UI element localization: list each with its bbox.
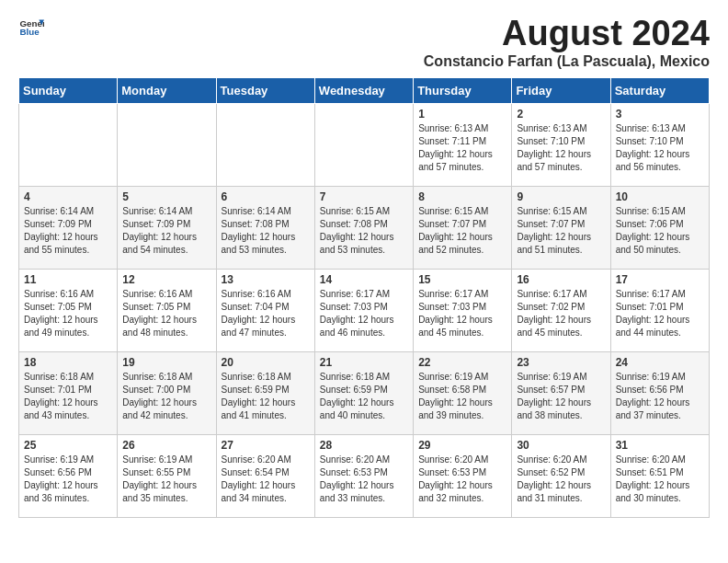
calendar-cell: 4Sunrise: 6:14 AM Sunset: 7:09 PM Daylig… <box>19 186 118 269</box>
calendar-cell: 18Sunrise: 6:18 AM Sunset: 7:01 PM Dayli… <box>19 351 118 434</box>
calendar-cell: 3Sunrise: 6:13 AM Sunset: 7:10 PM Daylig… <box>610 103 709 186</box>
day-info: Sunrise: 6:17 AM Sunset: 7:01 PM Dayligh… <box>616 289 690 338</box>
day-header-saturday: Saturday <box>610 77 709 103</box>
day-info: Sunrise: 6:14 AM Sunset: 7:08 PM Dayligh… <box>222 206 296 255</box>
calendar-cell: 30Sunrise: 6:20 AM Sunset: 6:52 PM Dayli… <box>512 434 610 517</box>
logo: General Blue <box>18 15 44 40</box>
calendar-cell: 14Sunrise: 6:17 AM Sunset: 7:03 PM Dayli… <box>314 269 413 351</box>
day-info: Sunrise: 6:14 AM Sunset: 7:09 PM Dayligh… <box>24 206 98 255</box>
calendar-cell: 1Sunrise: 6:13 AM Sunset: 7:11 PM Daylig… <box>414 103 512 186</box>
calendar-cell <box>314 103 413 186</box>
day-number: 6 <box>222 190 310 203</box>
calendar-cell: 20Sunrise: 6:18 AM Sunset: 6:59 PM Dayli… <box>216 351 314 434</box>
calendar-cell: 22Sunrise: 6:19 AM Sunset: 6:58 PM Dayli… <box>414 351 512 434</box>
week-row-1: 1Sunrise: 6:13 AM Sunset: 7:11 PM Daylig… <box>19 103 710 186</box>
subtitle: Constancio Farfan (La Pascuala), Mexico <box>424 53 710 70</box>
day-number: 2 <box>517 108 605 121</box>
day-number: 19 <box>122 356 210 369</box>
calendar-table: SundayMondayTuesdayWednesdayThursdayFrid… <box>18 77 710 518</box>
day-info: Sunrise: 6:18 AM Sunset: 6:59 PM Dayligh… <box>222 372 296 420</box>
calendar-cell: 6Sunrise: 6:14 AM Sunset: 7:08 PM Daylig… <box>216 186 314 269</box>
day-info: Sunrise: 6:18 AM Sunset: 7:01 PM Dayligh… <box>24 372 98 420</box>
calendar-cell: 16Sunrise: 6:17 AM Sunset: 7:02 PM Dayli… <box>512 269 610 351</box>
calendar-cell: 12Sunrise: 6:16 AM Sunset: 7:05 PM Dayli… <box>118 269 216 351</box>
day-number: 26 <box>122 439 210 452</box>
day-number: 16 <box>517 273 605 286</box>
calendar-cell: 10Sunrise: 6:15 AM Sunset: 7:06 PM Dayli… <box>610 186 709 269</box>
day-info: Sunrise: 6:19 AM Sunset: 6:58 PM Dayligh… <box>418 372 493 420</box>
day-header-wednesday: Wednesday <box>314 77 413 103</box>
day-number: 11 <box>24 273 112 286</box>
day-number: 25 <box>24 439 112 452</box>
calendar-cell <box>118 103 216 186</box>
day-number: 5 <box>122 190 210 203</box>
day-info: Sunrise: 6:13 AM Sunset: 7:10 PM Dayligh… <box>517 123 591 172</box>
calendar-cell: 13Sunrise: 6:16 AM Sunset: 7:04 PM Dayli… <box>216 269 314 351</box>
day-header-monday: Monday <box>118 77 216 103</box>
calendar-cell <box>19 103 118 186</box>
day-number: 23 <box>517 356 605 369</box>
day-info: Sunrise: 6:17 AM Sunset: 7:03 PM Dayligh… <box>320 289 394 338</box>
day-number: 27 <box>222 439 310 452</box>
day-info: Sunrise: 6:17 AM Sunset: 7:03 PM Dayligh… <box>418 289 493 338</box>
day-number: 30 <box>517 439 605 452</box>
day-number: 13 <box>222 273 310 286</box>
day-number: 22 <box>418 356 506 369</box>
day-number: 15 <box>418 273 506 286</box>
day-info: Sunrise: 6:17 AM Sunset: 7:02 PM Dayligh… <box>517 289 591 338</box>
day-info: Sunrise: 6:15 AM Sunset: 7:07 PM Dayligh… <box>418 206 493 255</box>
day-info: Sunrise: 6:20 AM Sunset: 6:51 PM Dayligh… <box>616 454 690 503</box>
week-row-2: 4Sunrise: 6:14 AM Sunset: 7:09 PM Daylig… <box>19 186 710 269</box>
day-info: Sunrise: 6:19 AM Sunset: 6:57 PM Dayligh… <box>517 372 591 420</box>
calendar-cell: 8Sunrise: 6:15 AM Sunset: 7:07 PM Daylig… <box>414 186 512 269</box>
calendar-cell: 24Sunrise: 6:19 AM Sunset: 6:56 PM Dayli… <box>610 351 709 434</box>
day-info: Sunrise: 6:20 AM Sunset: 6:52 PM Dayligh… <box>517 454 591 503</box>
calendar-cell: 26Sunrise: 6:19 AM Sunset: 6:55 PM Dayli… <box>118 434 216 517</box>
calendar-cell: 19Sunrise: 6:18 AM Sunset: 7:00 PM Dayli… <box>118 351 216 434</box>
calendar-cell <box>216 103 314 186</box>
day-number: 9 <box>517 190 605 203</box>
day-info: Sunrise: 6:19 AM Sunset: 6:55 PM Dayligh… <box>122 454 197 503</box>
month-year-title: August 2024 <box>424 15 710 53</box>
day-info: Sunrise: 6:15 AM Sunset: 7:06 PM Dayligh… <box>616 206 690 255</box>
day-info: Sunrise: 6:20 AM Sunset: 6:53 PM Dayligh… <box>418 454 493 503</box>
day-info: Sunrise: 6:20 AM Sunset: 6:54 PM Dayligh… <box>222 454 296 503</box>
calendar-cell: 17Sunrise: 6:17 AM Sunset: 7:01 PM Dayli… <box>610 269 709 351</box>
day-info: Sunrise: 6:19 AM Sunset: 6:56 PM Dayligh… <box>24 454 98 503</box>
day-info: Sunrise: 6:18 AM Sunset: 7:00 PM Dayligh… <box>122 372 197 420</box>
day-info: Sunrise: 6:13 AM Sunset: 7:11 PM Dayligh… <box>418 123 493 172</box>
week-row-5: 25Sunrise: 6:19 AM Sunset: 6:56 PM Dayli… <box>19 434 710 517</box>
week-row-4: 18Sunrise: 6:18 AM Sunset: 7:01 PM Dayli… <box>19 351 710 434</box>
week-row-3: 11Sunrise: 6:16 AM Sunset: 7:05 PM Dayli… <box>19 269 710 351</box>
day-info: Sunrise: 6:18 AM Sunset: 6:59 PM Dayligh… <box>320 372 394 420</box>
calendar-cell: 7Sunrise: 6:15 AM Sunset: 7:08 PM Daylig… <box>314 186 413 269</box>
day-info: Sunrise: 6:16 AM Sunset: 7:05 PM Dayligh… <box>122 289 197 338</box>
calendar-cell: 9Sunrise: 6:15 AM Sunset: 7:07 PM Daylig… <box>512 186 610 269</box>
day-info: Sunrise: 6:16 AM Sunset: 7:04 PM Dayligh… <box>222 289 296 338</box>
day-info: Sunrise: 6:15 AM Sunset: 7:08 PM Dayligh… <box>320 206 394 255</box>
day-number: 7 <box>320 190 408 203</box>
day-number: 21 <box>320 356 408 369</box>
day-number: 3 <box>616 108 704 121</box>
calendar-cell: 2Sunrise: 6:13 AM Sunset: 7:10 PM Daylig… <box>512 103 610 186</box>
day-header-sunday: Sunday <box>19 77 118 103</box>
calendar-cell: 28Sunrise: 6:20 AM Sunset: 6:53 PM Dayli… <box>314 434 413 517</box>
logo-icon: General Blue <box>18 15 44 40</box>
day-number: 17 <box>616 273 704 286</box>
calendar-cell: 29Sunrise: 6:20 AM Sunset: 6:53 PM Dayli… <box>414 434 512 517</box>
calendar-cell: 25Sunrise: 6:19 AM Sunset: 6:56 PM Dayli… <box>19 434 118 517</box>
calendar-cell: 27Sunrise: 6:20 AM Sunset: 6:54 PM Dayli… <box>216 434 314 517</box>
days-header-row: SundayMondayTuesdayWednesdayThursdayFrid… <box>19 77 710 103</box>
day-header-thursday: Thursday <box>414 77 512 103</box>
day-number: 24 <box>616 356 704 369</box>
day-number: 18 <box>24 356 112 369</box>
calendar-cell: 15Sunrise: 6:17 AM Sunset: 7:03 PM Dayli… <box>414 269 512 351</box>
day-number: 14 <box>320 273 408 286</box>
calendar-cell: 23Sunrise: 6:19 AM Sunset: 6:57 PM Dayli… <box>512 351 610 434</box>
day-number: 31 <box>616 439 704 452</box>
day-info: Sunrise: 6:19 AM Sunset: 6:56 PM Dayligh… <box>616 372 690 420</box>
day-number: 4 <box>24 190 112 203</box>
calendar-cell: 11Sunrise: 6:16 AM Sunset: 7:05 PM Dayli… <box>19 269 118 351</box>
calendar-cell: 5Sunrise: 6:14 AM Sunset: 7:09 PM Daylig… <box>118 186 216 269</box>
day-info: Sunrise: 6:15 AM Sunset: 7:07 PM Dayligh… <box>517 206 591 255</box>
